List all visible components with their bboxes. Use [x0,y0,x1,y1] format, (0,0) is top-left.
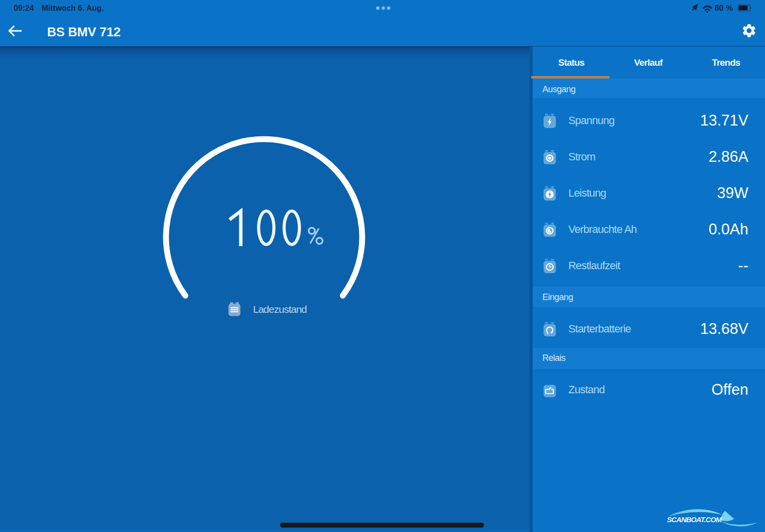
svg-text:SCANBOAT.COM: SCANBOAT.COM [667,515,722,524]
svg-text:80 %: 80 % [714,3,733,12]
